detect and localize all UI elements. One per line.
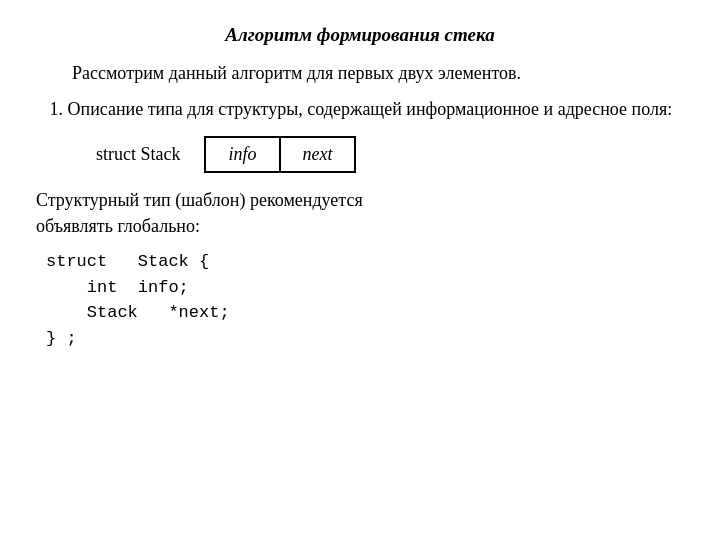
struct-field-next: next xyxy=(303,144,333,164)
page-title: Алгоритм формирования стека xyxy=(36,24,684,46)
intro-paragraph: Рассмотрим данный алгоритм для первых дв… xyxy=(36,60,684,86)
code-line-3: } ; xyxy=(46,326,684,352)
struct-cell-info: info xyxy=(206,138,280,171)
code-block: struct Stack { int info; Stack *next; } … xyxy=(36,249,684,351)
intro-text: Рассмотрим данный алгоритм для первых дв… xyxy=(72,63,521,83)
code-line-2: Stack *next; xyxy=(46,300,684,326)
page: Алгоритм формирования стека Рассмотрим д… xyxy=(0,0,720,540)
para2-line2: объявлять глобально: xyxy=(36,216,200,236)
struct-diagram-row: struct Stack info next xyxy=(36,136,684,173)
para2-line1: Структурный тип (шаблон) рекомендуется xyxy=(36,190,363,210)
struct-cell-next: next xyxy=(281,138,355,171)
struct-label: struct Stack xyxy=(96,144,180,165)
struct-box: info next xyxy=(204,136,356,173)
para2: Структурный тип (шаблон) рекомендуется о… xyxy=(36,187,684,239)
point1-text: 1. Описание типа для структуры, содержащ… xyxy=(50,99,673,119)
point1-paragraph: 1. Описание типа для структуры, содержащ… xyxy=(36,96,684,122)
code-line-0: struct Stack { xyxy=(46,249,684,275)
code-line-1: int info; xyxy=(46,275,684,301)
struct-field-info: info xyxy=(228,144,256,164)
